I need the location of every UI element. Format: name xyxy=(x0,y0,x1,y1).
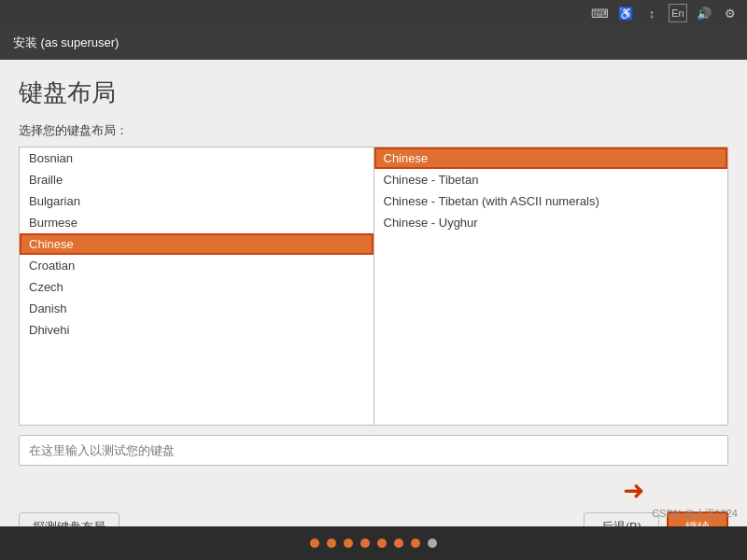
section-label: 选择您的键盘布局： xyxy=(19,122,728,139)
list-item-selected[interactable]: Chinese xyxy=(20,233,374,255)
main-window: 安装 (as superuser) 键盘布局 选择您的键盘布局： Bosnian… xyxy=(0,26,747,560)
title-bar: 安装 (as superuser) xyxy=(0,26,747,60)
progress-dot-3 xyxy=(344,539,353,548)
list-item[interactable]: Croatian xyxy=(20,255,374,276)
keyboard-test-input[interactable] xyxy=(19,435,728,466)
top-bar: ⌨ ♿ ↕ En 🔊 ⚙ xyxy=(0,0,747,26)
progress-dot-1 xyxy=(310,539,319,548)
volume-icon[interactable]: 🔊 xyxy=(695,4,713,22)
list-item[interactable]: Bulgarian xyxy=(20,190,374,212)
progress-dot-7 xyxy=(411,539,420,548)
variant-item[interactable]: Chinese - Tibetan (with ASCII numerals) xyxy=(374,190,728,212)
keyboard-icon[interactable]: ⌨ xyxy=(590,4,609,22)
content-area: 键盘布局 选择您的键盘布局： Bosnian Braille Bulgarian… xyxy=(0,60,747,560)
progress-dot-8 xyxy=(428,539,437,548)
variant-item[interactable]: Chinese - Uyghur xyxy=(374,212,728,233)
list-item[interactable]: Dhivehi xyxy=(20,319,374,341)
progress-dots xyxy=(0,526,747,560)
test-input-area xyxy=(19,435,728,466)
window-title: 安装 (as superuser) xyxy=(13,35,119,51)
list-item[interactable]: Braille xyxy=(20,169,374,190)
variant-item[interactable]: Chinese - Tibetan xyxy=(374,169,728,190)
list-item[interactable]: Czech xyxy=(20,276,374,298)
settings-icon[interactable]: ⚙ xyxy=(721,4,740,22)
list-item[interactable]: Burmese xyxy=(20,212,374,233)
progress-dot-2 xyxy=(327,539,336,548)
lists-container: Bosnian Braille Bulgarian Burmese Chines… xyxy=(19,147,728,426)
progress-dot-5 xyxy=(377,539,387,548)
list-item[interactable]: Bosnian xyxy=(20,147,374,169)
language-list[interactable]: Bosnian Braille Bulgarian Burmese Chines… xyxy=(19,147,374,426)
watermark: CSDN @大王1024 xyxy=(652,507,738,521)
progress-dot-4 xyxy=(360,539,370,548)
arrow-container: ➜ xyxy=(19,475,644,506)
list-item[interactable]: Danish xyxy=(20,298,374,319)
language-icon[interactable]: En xyxy=(669,4,687,22)
variant-item-selected[interactable]: Chinese xyxy=(374,147,728,169)
variant-list[interactable]: Chinese Chinese - Tibetan Chinese - Tibe… xyxy=(374,147,729,426)
network-icon[interactable]: ↕ xyxy=(642,4,661,22)
arrow-icon: ➜ xyxy=(623,475,644,506)
page-title: 键盘布局 xyxy=(19,77,728,109)
accessibility-icon[interactable]: ♿ xyxy=(616,4,635,22)
progress-dot-6 xyxy=(394,539,403,548)
